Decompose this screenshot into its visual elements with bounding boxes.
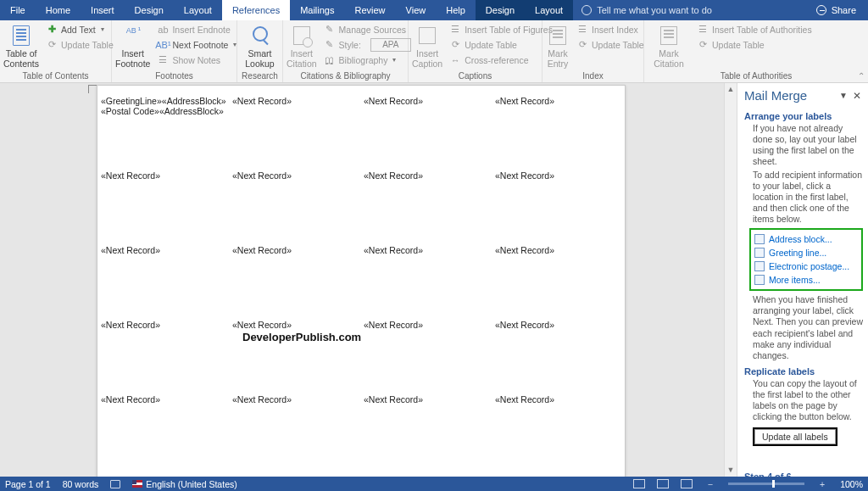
mark-entry-button[interactable]: Mark Entry [546, 22, 570, 69]
update-index-button[interactable]: ⟳Update Table [573, 37, 648, 52]
group-footnotes: Insert Footnote abInsert Endnote AB¹Next… [112, 20, 237, 82]
tab-review[interactable]: Review [345, 0, 396, 20]
label-cell[interactable]: «Next Record» [229, 169, 360, 243]
collapse-ribbon-button[interactable]: ⌃ [858, 71, 865, 81]
insert-tof-button[interactable]: ☰Insert Table of Figures [446, 22, 556, 36]
document-area[interactable]: «GreetingLine»«AddressBlock» «Postal Cod… [0, 83, 724, 477]
share-label: Share [832, 5, 856, 15]
insert-citation-button[interactable]: Insert Citation [287, 22, 317, 69]
bibliography-button[interactable]: 🕮Bibliography▾ [320, 53, 415, 67]
greeting-line-link[interactable]: Greeting line... [753, 246, 860, 259]
insert-endnote-button[interactable]: abInsert Endnote [153, 22, 240, 36]
tell-me-placeholder: Tell me what you want to do [597, 5, 712, 15]
next-footnote-button[interactable]: AB¹Next Footnote▾ [153, 37, 240, 52]
show-notes-button[interactable]: ☰Show Notes [153, 53, 240, 67]
view-read-mode[interactable] [633, 479, 645, 488]
tab-references[interactable]: References [222, 0, 290, 20]
tab-help[interactable]: Help [436, 0, 476, 20]
mail-merge-pane: Mail Merge ▼ ✕ Arrange your labels If yo… [737, 83, 868, 477]
scroll-up-button[interactable]: ▲ [725, 83, 737, 96]
label-cell[interactable]: «Next Record» [229, 243, 360, 318]
toc-label: Table of Contents [3, 49, 39, 69]
label-cell[interactable]: «Next Record» [492, 94, 623, 169]
ribbon: Table of Contents ✚Add Text▾ ⟳Update Tab… [0, 20, 868, 83]
refresh-icon: ⟳ [46, 39, 58, 51]
label-cell[interactable]: «Next Record» [97, 243, 229, 318]
vertical-scrollbar[interactable]: ▲ ▼ [724, 83, 737, 477]
group-label-captions: Captions [409, 70, 542, 82]
share-button[interactable]: Share [804, 0, 868, 20]
insert-index-button[interactable]: ☰Insert Index [573, 22, 648, 36]
label-cell[interactable]: «Next Record» [97, 318, 229, 393]
label-cell[interactable]: «Next Record» [492, 169, 623, 243]
tab-table-layout[interactable]: Layout [525, 0, 573, 20]
status-word-count[interactable]: 80 words [63, 479, 99, 489]
plus-icon: ✚ [46, 24, 58, 36]
label-cell[interactable]: «Next Record» [229, 393, 360, 467]
label-cell[interactable]: «Next Record» [492, 393, 623, 467]
tab-design[interactable]: Design [125, 0, 174, 20]
label-cell[interactable]: «Next Record» [229, 318, 360, 393]
update-all-labels-button[interactable]: Update all labels [754, 429, 836, 444]
insert-toa-button[interactable]: ☰Insert Table of Authorities [693, 22, 815, 36]
view-print-layout[interactable] [657, 479, 669, 488]
pane-menu-button[interactable]: ▼ [836, 91, 851, 100]
zoom-out-button[interactable]: − [704, 479, 716, 489]
citation-style-dropdown[interactable]: ✎Style: APA [320, 37, 415, 52]
electronic-postage-link[interactable]: Electronic postage... [753, 259, 860, 273]
pane-title: Mail Merge [744, 88, 836, 103]
group-index: Mark Entry ☰Insert Index ⟳Update Table I… [542, 20, 644, 82]
label-cell[interactable]: «Next Record» [97, 393, 229, 467]
tab-table-design[interactable]: Design [476, 0, 525, 20]
pane-heading-arrange: Arrange your labels [744, 111, 863, 121]
zoom-level[interactable]: 100% [840, 479, 863, 489]
status-language[interactable]: English (United States) [132, 479, 236, 489]
view-web-layout[interactable] [681, 479, 693, 488]
label-cell[interactable]: «GreetingLine»«AddressBlock» «Postal Cod… [97, 94, 229, 169]
update-toa-button[interactable]: ⟳Update Table [693, 37, 815, 52]
pane-close-button[interactable]: ✕ [851, 90, 863, 102]
address-block-link[interactable]: Address block... [753, 232, 860, 246]
more-items-link[interactable]: More items... [753, 273, 860, 287]
label-cell[interactable]: «Next Record» [360, 393, 492, 467]
tab-view[interactable]: View [396, 0, 437, 20]
zoom-in-button[interactable]: + [816, 479, 828, 489]
pane-text: You can copy the layout of the first lab… [753, 378, 863, 423]
footnote-icon [121, 24, 145, 47]
label-cell[interactable]: «Next Record» [97, 169, 229, 243]
tab-insert[interactable]: Insert [81, 0, 125, 20]
table-move-handle[interactable] [88, 85, 97, 93]
group-citations: Insert Citation ✎Manage Sources ✎Style: … [283, 20, 409, 82]
label-cell[interactable]: «Next Record» [360, 169, 492, 243]
tab-layout[interactable]: Layout [174, 0, 222, 20]
status-proofing[interactable] [110, 480, 120, 488]
tell-me-search[interactable]: Tell me what you want to do [573, 0, 721, 20]
cross-reference-button[interactable]: ↔Cross-reference [446, 53, 556, 67]
label-cell[interactable]: «Next Record» [360, 318, 492, 393]
group-research: Smart Lookup Research [237, 20, 283, 82]
label-cell[interactable]: «Next Record» [360, 243, 492, 318]
add-text-button[interactable]: ✚Add Text▾ [42, 22, 117, 36]
label-cell[interactable]: «Next Record» [492, 318, 623, 393]
tab-file[interactable]: File [0, 0, 36, 20]
label-grid: «GreetingLine»«AddressBlock» «Postal Cod… [97, 94, 625, 467]
insert-footnote-button[interactable]: Insert Footnote [115, 22, 150, 69]
status-page[interactable]: Page 1 of 1 [5, 479, 51, 489]
update-tof-button[interactable]: ⟳Update Table [446, 37, 556, 52]
greeting-line-icon [754, 248, 765, 258]
manage-sources-button[interactable]: ✎Manage Sources [320, 22, 415, 36]
label-cell[interactable]: «Next Record» [360, 94, 492, 169]
label-cell[interactable]: «Next Record» [492, 243, 623, 318]
tab-mailings[interactable]: Mailings [290, 0, 344, 20]
tab-home[interactable]: Home [36, 0, 81, 20]
toc-button[interactable]: Table of Contents [3, 22, 39, 69]
label-cell[interactable]: «Next Record» [229, 94, 360, 169]
group-label-citations: Citations & Bibliography [283, 70, 408, 82]
update-toc-button[interactable]: ⟳Update Table [42, 37, 117, 52]
group-toc: Table of Contents ✚Add Text▾ ⟳Update Tab… [0, 20, 112, 82]
scroll-down-button[interactable]: ▼ [725, 464, 737, 477]
mark-citation-button[interactable]: Mark Citation [648, 22, 690, 69]
smart-lookup-button[interactable]: Smart Lookup [241, 22, 279, 69]
zoom-slider[interactable] [728, 483, 804, 485]
insert-caption-button[interactable]: Insert Caption [412, 22, 442, 69]
